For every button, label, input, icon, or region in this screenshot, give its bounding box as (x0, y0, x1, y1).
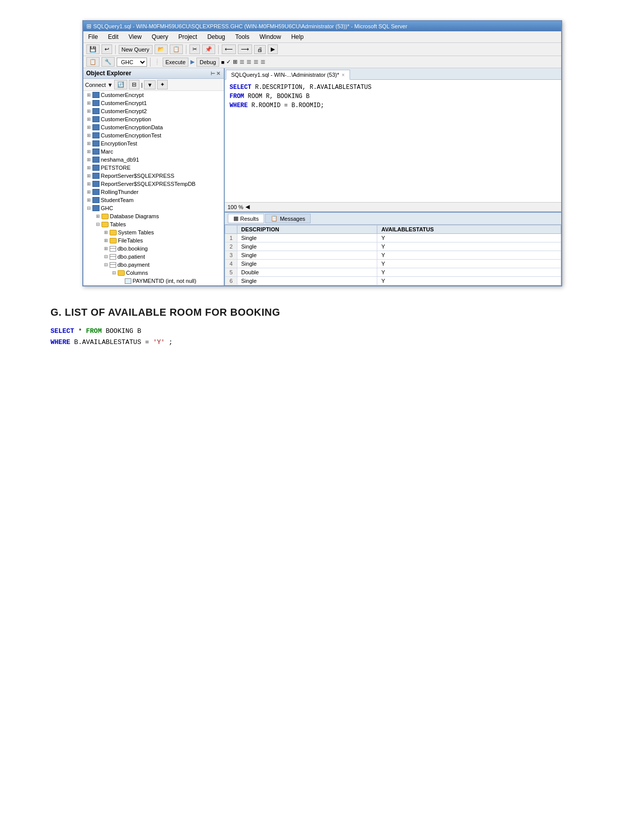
oe-filter-btn[interactable]: ▼ (144, 80, 156, 89)
code-table: BOOKING B (106, 327, 141, 335)
oe-btn1[interactable]: 🔃 (114, 80, 127, 89)
oe-new-btn[interactable]: ✦ (157, 80, 168, 89)
folder-db-diagrams[interactable]: ⊞ Database Diagrams (83, 212, 224, 220)
row-status: Y (377, 268, 561, 277)
expand-icon: ⊞ (85, 91, 92, 99)
expand-icon: ⊞ (103, 237, 110, 244)
expand-icon: ⊞ (103, 229, 110, 236)
database-selector[interactable]: GHC (117, 58, 147, 67)
db-CustomerEncryptionData[interactable]: ⊞ CustomerEncryptionData (83, 123, 224, 131)
folder-columns[interactable]: ⊟ Columns (83, 269, 224, 277)
results-tab[interactable]: ▦ Results (228, 214, 265, 223)
sql-editor[interactable]: SELECT R.DESCRIPTION, R.AVAILABLESTATUS … (225, 80, 561, 202)
db-icon (92, 92, 100, 98)
menu-window[interactable]: Window (258, 32, 283, 41)
debug-button[interactable]: Debug (196, 58, 219, 67)
query-tab[interactable]: SQLQuery1.sql - WIN-...\Administrator (5… (226, 70, 351, 80)
expand-icon: ⊞ (85, 164, 92, 171)
where-keyword: WHERE (230, 102, 248, 109)
editor-line3: WHERE R.ROOMID = B.ROOMID; (230, 101, 556, 110)
code-block: SELECT * FROM BOOKING B WHERE B.AVAILABL… (51, 326, 624, 348)
back-button[interactable]: ⟵ (222, 44, 236, 54)
db-CustomerEncryption[interactable]: ⊞ CustomerEncryption (83, 115, 224, 123)
db-CustomerEncryptionTest[interactable]: ⊞ CustomerEncryptionTest (83, 131, 224, 139)
menu-tools[interactable]: Tools (233, 32, 252, 41)
execute-button[interactable]: Execute (163, 58, 189, 67)
tab-label: SQLQuery1.sql - WIN-...\Administrator (5… (231, 72, 339, 78)
oe-tree: ⊞ CustomerEncrypt ⊞ CustomerEncrypt1 ⊞ C… (83, 91, 224, 285)
tab-close-btn[interactable]: × (341, 72, 344, 78)
toolbar2-btn1[interactable]: 📋 (86, 57, 100, 67)
connect-dropdown[interactable]: ▼ (107, 82, 113, 88)
db-ReportServerTemp[interactable]: ⊞ ReportServer$SQLEXPRESSTempDB (83, 180, 224, 188)
db-EncryptionTest[interactable]: ⊞ EncryptionTest (83, 139, 224, 148)
oe-btn2[interactable]: ⊟ (129, 80, 139, 89)
code-where: WHERE (51, 338, 70, 346)
table-row: 5 Double Y (225, 268, 561, 277)
save-button[interactable]: 💾 (86, 44, 100, 54)
db-PETSTORE[interactable]: ⊞ PETSTORE (83, 164, 224, 172)
print-button[interactable]: 🖨 (254, 45, 266, 54)
paste-button[interactable]: 📌 (202, 44, 215, 54)
expand-icon (118, 277, 125, 284)
col-paymentdate[interactable]: PAYMENTDATE (date, not null) (83, 285, 224, 285)
menu-view[interactable]: View (127, 32, 144, 41)
editor-line3-rest: R.ROOMID = B.ROOMID; (252, 102, 324, 109)
db-CustomerEncrypt[interactable]: ⊞ CustomerEncrypt (83, 91, 224, 99)
connect-label[interactable]: Connect (85, 82, 106, 88)
separator1 (115, 45, 116, 54)
copy-button[interactable]: 📋 (170, 44, 183, 54)
db-CustomerEncrypt1[interactable]: ⊞ CustomerEncrypt1 (83, 99, 224, 107)
zoom-icon[interactable]: ◀ (245, 204, 250, 210)
table-dbo-patient[interactable]: ⊟ dbo.patient (83, 253, 224, 261)
table-dbo-payment[interactable]: ⊟ dbo.payment (83, 261, 224, 269)
cut-button[interactable]: ✂ (189, 44, 200, 54)
menu-edit[interactable]: Edit (106, 32, 121, 41)
code-string-val: 'Y' (153, 338, 165, 346)
expand-icon: ⊞ (94, 213, 102, 220)
ssms-window: ⊞ SQLQuery1.sql - WIN-M0FMH59U6CU\SQLEXP… (82, 20, 562, 286)
table-dbo-booking[interactable]: ⊞ dbo.booking (83, 244, 224, 253)
table-row: 3 Single Y (225, 251, 561, 260)
db-icon (92, 149, 100, 155)
db-ReportServer[interactable]: ⊞ ReportServer$SQLEXPRESS (83, 172, 224, 180)
undo-button[interactable]: ↩ (102, 44, 112, 54)
db-name: PETSTORE (101, 165, 131, 171)
table-label: dbo.patient (118, 254, 145, 260)
divider1: ■ (221, 59, 225, 65)
row-status: Y (377, 260, 561, 268)
folder-icon (110, 238, 117, 243)
folder-filetables[interactable]: ⊞ FileTables (83, 236, 224, 244)
new-query-button[interactable]: New Query (119, 45, 153, 54)
db-StudentTeam[interactable]: ⊞ StudentTeam (83, 196, 224, 204)
folder-system-tables[interactable]: ⊞ System Tables (83, 228, 224, 236)
folder-label: Columns (126, 270, 148, 276)
db-Marc[interactable]: ⊞ Marc (83, 148, 224, 156)
menu-project[interactable]: Project (176, 32, 199, 41)
exclamation-icon: ❕ (154, 59, 161, 65)
db-RollingThunder[interactable]: ⊞ RollingThunder (83, 188, 224, 196)
row-num: 1 (225, 234, 237, 242)
toolbar2-btn2[interactable]: 🔧 (102, 57, 115, 67)
menu-debug[interactable]: Debug (205, 32, 227, 41)
db-icon (92, 205, 100, 211)
messages-tab[interactable]: 📋 Messages (265, 214, 311, 223)
pin-icon[interactable]: ⊢ ✕ (211, 71, 221, 76)
forward-button[interactable]: ⟶ (238, 44, 252, 54)
db-GHC[interactable]: ⊟ GHC (83, 204, 224, 212)
code-line2: WHERE B.AVAILABLESTATUS = 'Y' ; (51, 337, 624, 348)
db-neshama[interactable]: ⊞ neshama_db91 (83, 156, 224, 164)
menu-query[interactable]: Query (150, 32, 170, 41)
menu-file[interactable]: File (86, 32, 100, 41)
menu-help[interactable]: Help (289, 32, 306, 41)
title-text: SQLQuery1.sql - WIN-M0FMH59U6CU\SQLEXPRE… (93, 23, 408, 29)
folder-tables[interactable]: ⊟ Tables (83, 220, 224, 228)
row-description: Single (237, 242, 377, 251)
folder-label: FileTables (118, 237, 143, 243)
row-description: Single (237, 277, 377, 285)
db-CustomerEncrypt2[interactable]: ⊞ CustomerEncrypt2 (83, 107, 224, 115)
folder-icon (110, 230, 117, 235)
open-button[interactable]: 📂 (155, 44, 168, 54)
play-button[interactable]: ▶ (268, 44, 278, 54)
col-paymentid[interactable]: PAYMENTID (int, not null) (83, 277, 224, 285)
